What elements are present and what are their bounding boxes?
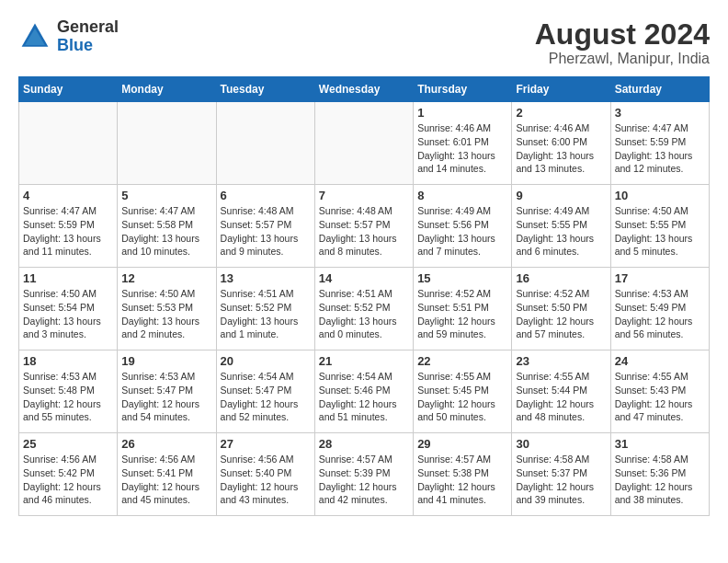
calendar-day-header-tuesday: Tuesday [216, 77, 314, 102]
calendar-cell: 4Sunrise: 4:47 AMSunset: 5:59 PMDaylight… [19, 185, 118, 268]
day-number: 27 [221, 437, 311, 451]
title-section: August 2024 Pherzawl, Manipur, India [535, 18, 710, 67]
day-info: Sunrise: 4:54 AMSunset: 5:46 PMDaylight:… [319, 370, 409, 424]
day-info: Sunrise: 4:54 AMSunset: 5:47 PMDaylight:… [221, 370, 311, 424]
calendar-cell: 6Sunrise: 4:48 AMSunset: 5:57 PMDaylight… [216, 185, 314, 268]
page-subtitle: Pherzawl, Manipur, India [535, 51, 710, 67]
day-info: Sunrise: 4:48 AMSunset: 5:57 PMDaylight:… [221, 204, 311, 259]
calendar-cell: 13Sunrise: 4:51 AMSunset: 5:52 PMDayligh… [216, 268, 314, 350]
calendar-cell: 19Sunrise: 4:53 AMSunset: 5:47 PMDayligh… [118, 350, 216, 433]
day-number: 25 [23, 437, 113, 451]
calendar-cell: 9Sunrise: 4:49 AMSunset: 5:55 PMDaylight… [512, 185, 610, 268]
calendar-cell: 30Sunrise: 4:58 AMSunset: 5:37 PMDayligh… [512, 433, 610, 516]
day-number: 2 [516, 106, 606, 120]
day-info: Sunrise: 4:52 AMSunset: 5:51 PMDaylight:… [417, 287, 507, 341]
day-info: Sunrise: 4:46 AMSunset: 6:01 PMDaylight:… [417, 121, 507, 176]
day-number: 31 [615, 437, 705, 451]
day-info: Sunrise: 4:57 AMSunset: 5:39 PMDaylight:… [319, 453, 409, 507]
day-number: 16 [516, 271, 606, 285]
day-number: 10 [615, 189, 705, 202]
calendar-cell: 20Sunrise: 4:54 AMSunset: 5:47 PMDayligh… [216, 350, 314, 433]
day-number: 1 [417, 106, 507, 120]
calendar-day-header-monday: Monday [118, 77, 216, 102]
page-header: General Blue August 2024 Pherzawl, Manip… [18, 18, 710, 67]
calendar-day-header-friday: Friday [512, 77, 610, 102]
day-number: 12 [121, 271, 211, 285]
day-number: 30 [516, 437, 606, 451]
calendar-cell: 26Sunrise: 4:56 AMSunset: 5:41 PMDayligh… [118, 433, 216, 516]
day-info: Sunrise: 4:56 AMSunset: 5:40 PMDaylight:… [221, 453, 311, 507]
day-number: 3 [615, 106, 705, 120]
day-number: 18 [23, 354, 113, 368]
day-number: 28 [319, 437, 409, 451]
calendar-cell: 12Sunrise: 4:50 AMSunset: 5:53 PMDayligh… [118, 268, 216, 350]
day-info: Sunrise: 4:53 AMSunset: 5:49 PMDaylight:… [615, 287, 705, 341]
calendar-cell: 8Sunrise: 4:49 AMSunset: 5:56 PMDaylight… [414, 185, 512, 268]
day-info: Sunrise: 4:48 AMSunset: 5:57 PMDaylight:… [319, 204, 409, 259]
calendar-cell: 16Sunrise: 4:52 AMSunset: 5:50 PMDayligh… [512, 268, 610, 350]
week-row-3: 11Sunrise: 4:50 AMSunset: 5:54 PMDayligh… [19, 268, 710, 350]
day-info: Sunrise: 4:49 AMSunset: 5:55 PMDaylight:… [516, 204, 606, 259]
day-number: 14 [319, 271, 409, 285]
logo: General Blue [18, 18, 119, 55]
calendar-table: SundayMondayTuesdayWednesdayThursdayFrid… [18, 76, 710, 516]
day-info: Sunrise: 4:46 AMSunset: 6:00 PMDaylight:… [516, 121, 606, 176]
day-number: 5 [121, 189, 211, 202]
calendar-day-header-sunday: Sunday [19, 77, 118, 102]
day-info: Sunrise: 4:51 AMSunset: 5:52 PMDaylight:… [319, 287, 409, 341]
calendar-cell [314, 102, 413, 185]
calendar-cell: 2Sunrise: 4:46 AMSunset: 6:00 PMDaylight… [512, 102, 610, 185]
calendar-cell: 29Sunrise: 4:57 AMSunset: 5:38 PMDayligh… [414, 433, 512, 516]
day-number: 26 [121, 437, 211, 451]
calendar-cell: 10Sunrise: 4:50 AMSunset: 5:55 PMDayligh… [610, 185, 709, 268]
calendar-cell: 3Sunrise: 4:47 AMSunset: 5:59 PMDaylight… [610, 102, 709, 185]
calendar-cell: 31Sunrise: 4:58 AMSunset: 5:36 PMDayligh… [610, 433, 709, 516]
calendar-cell [216, 102, 314, 185]
calendar-cell: 21Sunrise: 4:54 AMSunset: 5:46 PMDayligh… [314, 350, 413, 433]
day-info: Sunrise: 4:47 AMSunset: 5:58 PMDaylight:… [121, 204, 211, 259]
day-number: 8 [417, 189, 507, 202]
logo-icon [18, 20, 51, 53]
day-number: 6 [221, 189, 311, 202]
calendar-cell: 18Sunrise: 4:53 AMSunset: 5:48 PMDayligh… [19, 350, 118, 433]
calendar-cell: 25Sunrise: 4:56 AMSunset: 5:42 PMDayligh… [19, 433, 118, 516]
day-info: Sunrise: 4:51 AMSunset: 5:52 PMDaylight:… [221, 287, 311, 341]
calendar-cell: 17Sunrise: 4:53 AMSunset: 5:49 PMDayligh… [610, 268, 709, 350]
day-number: 22 [417, 354, 507, 368]
day-info: Sunrise: 4:58 AMSunset: 5:36 PMDaylight:… [615, 453, 705, 507]
day-number: 15 [417, 271, 507, 285]
calendar-cell: 28Sunrise: 4:57 AMSunset: 5:39 PMDayligh… [314, 433, 413, 516]
day-number: 11 [23, 271, 113, 285]
calendar-cell: 11Sunrise: 4:50 AMSunset: 5:54 PMDayligh… [19, 268, 118, 350]
day-number: 7 [319, 189, 409, 202]
week-row-2: 4Sunrise: 4:47 AMSunset: 5:59 PMDaylight… [19, 185, 710, 268]
calendar-cell: 23Sunrise: 4:55 AMSunset: 5:44 PMDayligh… [512, 350, 610, 433]
day-info: Sunrise: 4:56 AMSunset: 5:41 PMDaylight:… [121, 453, 211, 507]
day-number: 23 [516, 354, 606, 368]
week-row-4: 18Sunrise: 4:53 AMSunset: 5:48 PMDayligh… [19, 350, 710, 433]
day-info: Sunrise: 4:55 AMSunset: 5:44 PMDaylight:… [516, 370, 606, 424]
calendar-cell: 22Sunrise: 4:55 AMSunset: 5:45 PMDayligh… [414, 350, 512, 433]
day-number: 20 [221, 354, 311, 368]
calendar-cell: 24Sunrise: 4:55 AMSunset: 5:43 PMDayligh… [610, 350, 709, 433]
day-info: Sunrise: 4:47 AMSunset: 5:59 PMDaylight:… [615, 121, 705, 176]
calendar-cell: 7Sunrise: 4:48 AMSunset: 5:57 PMDaylight… [314, 185, 413, 268]
day-info: Sunrise: 4:53 AMSunset: 5:47 PMDaylight:… [121, 370, 211, 424]
calendar-header-row: SundayMondayTuesdayWednesdayThursdayFrid… [19, 77, 710, 102]
calendar-cell: 14Sunrise: 4:51 AMSunset: 5:52 PMDayligh… [314, 268, 413, 350]
day-info: Sunrise: 4:50 AMSunset: 5:53 PMDaylight:… [121, 287, 211, 341]
calendar-day-header-saturday: Saturday [610, 77, 709, 102]
day-info: Sunrise: 4:57 AMSunset: 5:38 PMDaylight:… [417, 453, 507, 507]
day-info: Sunrise: 4:50 AMSunset: 5:55 PMDaylight:… [615, 204, 705, 259]
day-info: Sunrise: 4:55 AMSunset: 5:43 PMDaylight:… [615, 370, 705, 424]
day-info: Sunrise: 4:55 AMSunset: 5:45 PMDaylight:… [417, 370, 507, 424]
day-info: Sunrise: 4:52 AMSunset: 5:50 PMDaylight:… [516, 287, 606, 341]
page-title: August 2024 [535, 18, 710, 51]
week-row-1: 1Sunrise: 4:46 AMSunset: 6:01 PMDaylight… [19, 102, 710, 185]
calendar-cell: 27Sunrise: 4:56 AMSunset: 5:40 PMDayligh… [216, 433, 314, 516]
day-number: 13 [221, 271, 311, 285]
day-info: Sunrise: 4:53 AMSunset: 5:48 PMDaylight:… [23, 370, 113, 424]
day-number: 9 [516, 189, 606, 202]
day-info: Sunrise: 4:56 AMSunset: 5:42 PMDaylight:… [23, 453, 113, 507]
day-number: 21 [319, 354, 409, 368]
